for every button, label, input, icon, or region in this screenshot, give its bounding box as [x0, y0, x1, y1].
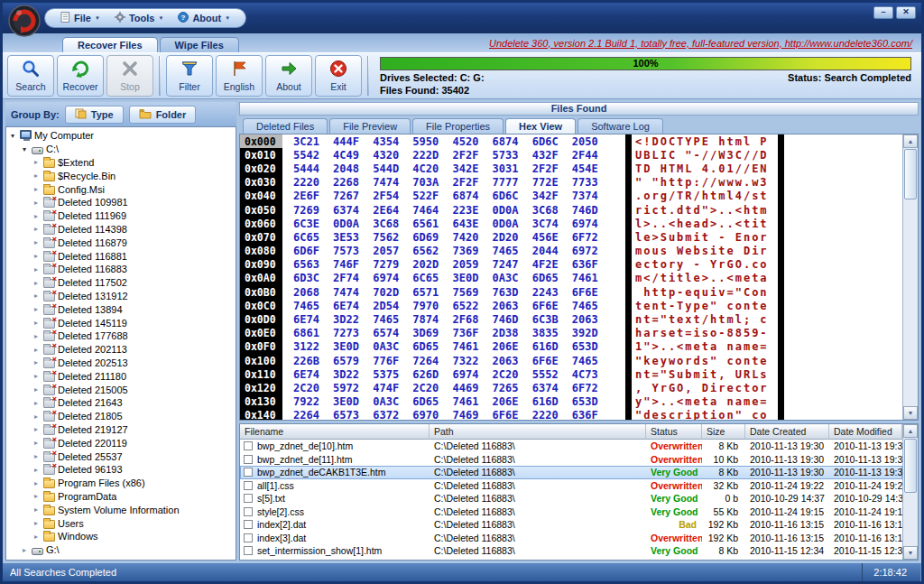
tree-item[interactable]: ▸ × Deleted 219127: [6, 423, 236, 437]
tree-expander-icon[interactable]: ▸: [32, 171, 41, 180]
row-checkbox[interactable]: [244, 520, 253, 529]
tree-expander-icon[interactable]: ▸: [32, 158, 41, 166]
tree-expander-icon[interactable]: ▸: [32, 305, 41, 313]
tree-item[interactable]: ▸ × Deleted 116883: [6, 263, 236, 276]
tab-file-preview[interactable]: File Preview: [329, 118, 411, 134]
col-status[interactable]: Status: [646, 424, 702, 440]
tree-expander-icon[interactable]: ▾: [8, 132, 17, 140]
hex-view[interactable]: 0x000 3C21 444F 4354 5950 4520 6874 6D6C…: [239, 134, 919, 421]
tree-expander-icon[interactable]: ▸: [32, 238, 41, 246]
group-by-folder-button[interactable]: Folder: [129, 106, 197, 124]
tree-item[interactable]: ▸ × Deleted 177688: [6, 329, 236, 343]
tree-item[interactable]: ▸ × Deleted 202513: [6, 357, 236, 370]
tree-expander-icon[interactable]: ▸: [20, 546, 29, 554]
tree-item[interactable]: ▸ System Volume Information: [6, 503, 236, 516]
tree-item[interactable]: ▸ × Deleted 21643: [6, 396, 236, 410]
col-filename[interactable]: Filename: [240, 424, 430, 440]
scroll-up-icon[interactable]: ▲: [903, 134, 918, 148]
col-path[interactable]: Path: [430, 424, 646, 440]
close-button[interactable]: ✕: [896, 6, 916, 19]
table-row[interactable]: bwp_zdnet_de[11].htm C:\Deleted 116883\ …: [240, 453, 902, 467]
table-row[interactable]: s[5].txt C:\Deleted 116883\ Very Good 0 …: [240, 492, 902, 505]
menu-about[interactable]: ? About ▼: [171, 11, 236, 25]
tree-expander-icon[interactable]: ▸: [32, 533, 41, 541]
tree-item[interactable]: ▾ My Computer: [6, 129, 236, 143]
scroll-down-icon[interactable]: ▼: [903, 406, 918, 420]
tab-file-properties[interactable]: File Properties: [412, 118, 504, 134]
row-checkbox[interactable]: [244, 507, 253, 516]
tree-item[interactable]: ▸ × Deleted 13894: [6, 302, 236, 316]
tree-expander-icon[interactable]: ▸: [32, 385, 41, 394]
tab-hex-view[interactable]: Hex View: [505, 118, 576, 134]
tree-item[interactable]: ▸ G:\: [6, 543, 236, 557]
col-date-created[interactable]: Date Created: [745, 424, 829, 440]
group-by-type-button[interactable]: Type: [65, 106, 124, 124]
tree-item[interactable]: ▸ Users: [6, 516, 236, 530]
tab-wipe-files[interactable]: Wipe Files: [160, 37, 239, 52]
tab-deleted-files[interactable]: Deleted Files: [243, 118, 328, 134]
tree-item[interactable]: ▸ × Deleted 211180: [6, 369, 236, 383]
tree-item[interactable]: ▸ Program Files (x86): [6, 477, 236, 490]
scrollbar-track[interactable]: [903, 200, 918, 406]
tree-expander-icon[interactable]: ▸: [32, 212, 41, 220]
tree-expander-icon[interactable]: ▸: [32, 479, 41, 487]
table-row[interactable]: bwp_zdnet_deCAKB1T3E.htm C:\Deleted 1168…: [240, 466, 902, 479]
table-scrollbar[interactable]: ▲ ▼: [902, 424, 918, 560]
tree-item[interactable]: ▸ Windows: [6, 530, 236, 543]
row-checkbox[interactable]: [244, 546, 253, 555]
tree-item[interactable]: ▸ × Deleted 96193: [6, 463, 236, 477]
tree-expander-icon[interactable]: ▸: [32, 265, 41, 273]
tree-expander-icon[interactable]: ▸: [32, 252, 41, 260]
row-checkbox[interactable]: [244, 481, 253, 490]
tree-expander-icon[interactable]: ▸: [32, 332, 41, 340]
tree-item[interactable]: ▸ Config.Msi: [6, 182, 236, 196]
table-row[interactable]: bwp_zdnet_de[10].htm C:\Deleted 116883\ …: [240, 440, 902, 453]
minimize-button[interactable]: –: [873, 6, 893, 19]
scroll-down-icon[interactable]: ▼: [903, 546, 918, 560]
tree-expander-icon[interactable]: ▸: [32, 466, 41, 474]
table-row[interactable]: set_intermission_show[1].htm C:\Deleted …: [240, 544, 902, 558]
search-button[interactable]: Search: [7, 55, 54, 97]
table-row[interactable]: all[1].css C:\Deleted 116883\ Overwritte…: [240, 479, 902, 493]
tree-expander-icon[interactable]: ▸: [32, 319, 41, 327]
tab-software-log[interactable]: Software Log: [578, 118, 663, 134]
scrollbar-thumb[interactable]: [904, 149, 917, 199]
tree-expander-icon[interactable]: ▸: [32, 185, 41, 193]
tree-expander-icon[interactable]: ▸: [32, 519, 41, 527]
tree-item[interactable]: ▸ $Recycle.Bin: [6, 169, 236, 182]
menu-file[interactable]: File ▼: [54, 11, 106, 25]
row-checkbox[interactable]: [244, 533, 253, 542]
tree-item[interactable]: ▸ × Deleted 220119: [6, 436, 236, 450]
table-row[interactable]: index[2].dat C:\Deleted 116883\ Bad 192 …: [240, 518, 902, 532]
scrollbar-track[interactable]: [903, 494, 918, 546]
version-link[interactable]: Undelete 360, version 2.1 Build 1, total…: [489, 38, 921, 49]
language-button[interactable]: English: [216, 55, 263, 97]
tree-expander-icon[interactable]: ▸: [32, 372, 41, 380]
row-checkbox[interactable]: [244, 468, 253, 477]
hex-scrollbar[interactable]: ▲ ▼: [902, 134, 918, 420]
tree-item[interactable]: ▸ × Deleted 116879: [6, 236, 236, 249]
recover-button[interactable]: Recover: [57, 55, 104, 97]
scrollbar-thumb[interactable]: [904, 439, 917, 493]
tree-item[interactable]: ▸ × Deleted 145119: [6, 316, 236, 329]
tree-expander-icon[interactable]: ▸: [32, 425, 41, 433]
tree-item[interactable]: ▾ C:\: [6, 143, 236, 156]
tree-expander-icon[interactable]: ▸: [32, 413, 41, 421]
tree-item[interactable]: ▸ × Deleted 117502: [6, 276, 236, 290]
tab-recover-files[interactable]: Recover Files: [62, 37, 158, 52]
table-row[interactable]: index[3].dat C:\Deleted 116883\ Overwrit…: [240, 532, 902, 545]
table-row[interactable]: style[2].css C:\Deleted 116883\ Very Goo…: [240, 505, 902, 519]
tree-item[interactable]: ▸ ProgramData: [6, 490, 236, 504]
tree-expander-icon[interactable]: ▸: [32, 346, 41, 354]
tree-expander-icon[interactable]: ▸: [32, 279, 41, 287]
tree-expander-icon[interactable]: ▸: [32, 292, 41, 300]
tree-expander-icon[interactable]: ▸: [32, 452, 41, 460]
tree-item[interactable]: ▸ × Deleted 111969: [6, 209, 236, 223]
tree-expander-icon[interactable]: ▸: [32, 439, 41, 447]
tree-item[interactable]: ▸ $Extend: [6, 156, 236, 170]
row-checkbox[interactable]: [244, 455, 253, 464]
stop-button[interactable]: Stop: [106, 55, 153, 97]
tree-item[interactable]: ▸ × Deleted 114398: [6, 223, 236, 236]
tree-expander-icon[interactable]: ▸: [32, 505, 41, 514]
menu-tools[interactable]: Tools ▼: [108, 11, 170, 25]
